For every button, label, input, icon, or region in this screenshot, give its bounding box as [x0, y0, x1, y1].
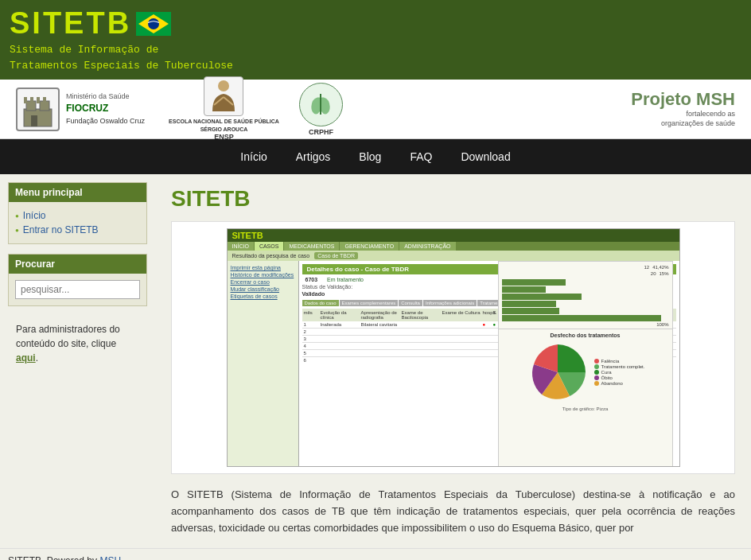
admin-note: Para administradores do conteúdo do site…	[8, 316, 147, 371]
msh-logo: Projeto MSH fortalecendo asorganizações …	[631, 89, 735, 128]
sidebar: Menu principal Início Entrar no SITETB P…	[0, 174, 155, 548]
legend-label-abandono: Abandono	[601, 381, 623, 386]
legend-dot-tratamento	[594, 364, 599, 369]
search-input[interactable]	[15, 280, 140, 299]
legend-dot-abandono	[594, 381, 599, 386]
legend-dot-falencia	[594, 359, 599, 364]
bar-filled	[502, 279, 566, 286]
admin-link[interactable]: aqui	[16, 352, 36, 364]
nav-download[interactable]: Download	[454, 147, 516, 166]
page-title: SITETB	[171, 186, 735, 212]
inner-subtab-exames: Exames complementares	[340, 300, 399, 306]
inner-app-header: SITETB	[228, 229, 679, 242]
inner-sidebar-print: Imprimir esta página	[231, 264, 295, 271]
bar-row	[502, 294, 669, 300]
nav-inicio[interactable]: Início	[234, 147, 273, 166]
bar-chart-rows	[502, 279, 669, 321]
legend-label-falencia: Falência	[601, 359, 620, 364]
sidebar-search-box: Procurar	[8, 254, 147, 306]
nav-blog[interactable]: Blog	[352, 147, 387, 166]
inner-case-tab-active: Caso de TBDR	[314, 252, 358, 259]
svg-rect-7	[24, 97, 27, 103]
inner-sidebar-history: Histórico de modificações	[231, 271, 295, 278]
inner-id-value: 6703	[305, 277, 318, 282]
footer-text: SITETB, Powered by	[8, 555, 97, 560]
fiocruz-icon	[16, 88, 60, 131]
bar-row	[502, 301, 669, 307]
sidebar-link-entrar[interactable]: Entrar no SITETB	[15, 223, 140, 237]
bar-filled	[502, 286, 546, 293]
inner-status-label: Em tratamento	[327, 277, 364, 282]
svg-point-2	[148, 18, 159, 29]
legend-label-tratamento: Tratamento complet.	[601, 364, 645, 369]
bar-filled	[502, 315, 661, 321]
app-screenshot: SITETB INÍCIO CASOS MEDICAMENTOS GERENCI…	[227, 228, 680, 467]
legend-dot-obito	[594, 375, 599, 380]
bar-100-label: 100%	[502, 322, 669, 327]
legend-label-obito: Óbito	[601, 375, 613, 380]
ensp-icon	[204, 76, 243, 116]
svg-rect-3	[24, 109, 52, 126]
svg-rect-10	[43, 97, 46, 103]
fiocruz-logo: Ministério da Saúde FIOCRUZ Fundação Osw…	[16, 88, 145, 131]
svg-point-11	[218, 80, 229, 91]
sidebar-link-inicio[interactable]: Início	[15, 208, 140, 223]
bar-filled	[502, 301, 556, 307]
inner-sidebar-change-class: Mudar classificação	[231, 286, 295, 293]
footer-msh-link[interactable]: MSH	[99, 555, 121, 560]
inner-chart-area: 12 41,42% 20 15%	[498, 261, 673, 467]
inner-validation-value: Validado	[302, 291, 325, 297]
inner-sidebar-close-case: Encerrar o caso	[231, 278, 295, 286]
nav-artigos[interactable]: Artigos	[290, 147, 337, 166]
pie-title: Desfecho dos tratamentos	[551, 332, 621, 338]
main-navbar: Início Artigos Blog FAQ Download	[0, 139, 751, 174]
inner-sidebar-labels: Etiquetas de casos	[231, 293, 295, 300]
inner-tab-gerenciamento: GERENCIAMENTO	[340, 242, 399, 251]
inner-search-bar: Resultado da pesquisa de caso Caso de TB…	[228, 251, 679, 261]
bar-filled	[502, 308, 559, 314]
inner-tab-casos: CASOS	[255, 242, 284, 251]
legend-label-cura: Cura	[601, 370, 612, 375]
inner-tab-medicamentos: MEDICAMENTOS	[284, 242, 339, 251]
description-para1: O SITETB (Sistema de Informação de Trata…	[171, 487, 735, 536]
inner-app: SITETB INÍCIO CASOS MEDICAMENTOS GERENCI…	[228, 229, 679, 466]
brazil-flag-icon	[136, 12, 171, 36]
inner-tab-inicio: INÍCIO	[228, 242, 254, 251]
inner-body: Imprimir esta página Histórico de modifi…	[228, 261, 679, 466]
crphf-icon	[299, 83, 343, 126]
pie-chart-svg	[526, 340, 590, 404]
site-logo: SITETB	[10, 6, 131, 41]
crphf-logo: CRPHF	[299, 83, 343, 136]
inner-tab-admin: ADMINISTRAÇÃO	[399, 242, 455, 251]
pie-legend: Falência Tratamento complet.	[594, 359, 645, 386]
svg-rect-8	[30, 97, 33, 103]
page-description: O SITETB (Sistema de Informação de Trata…	[171, 487, 735, 536]
bar-filled	[502, 294, 582, 300]
site-header: SITETB Sistema de Informação de Tratamen…	[0, 0, 751, 80]
sidebar-search-title: Procurar	[9, 255, 146, 274]
inner-sidebar: Imprimir esta página Histórico de modifi…	[228, 261, 299, 466]
bar-row	[502, 286, 669, 293]
content-area: SITETB SITETB INÍCIO CASOS MEDICAMENTOS …	[155, 174, 751, 548]
chart-type-label: Tipo de gráfico: Pizza	[562, 406, 608, 411]
app-screenshot-container: SITETB INÍCIO CASOS MEDICAMENTOS GERENCI…	[171, 221, 735, 474]
bar-row	[502, 308, 669, 314]
inner-subtab-dados: Dados do caso	[302, 300, 339, 306]
sidebar-menu-content: Início Entrar no SITETB	[9, 202, 146, 243]
inner-logo: SITETB	[232, 231, 263, 240]
inner-tabs: INÍCIO CASOS MEDICAMENTOS GERENCIAMENTO …	[228, 242, 679, 251]
partners-bar: Ministério da Saúde FIOCRUZ Fundação Osw…	[0, 80, 751, 139]
svg-rect-6	[31, 115, 37, 126]
main-wrapper: Menu principal Início Entrar no SITETB P…	[0, 174, 751, 548]
bar-row	[502, 279, 669, 286]
inner-subtab-consulta: Consulta	[399, 300, 422, 306]
nav-faq[interactable]: FAQ	[403, 147, 438, 166]
ensp-logo: ESCOLA NACIONAL DE SAÚDE PÚBLICA SÉRGIO …	[169, 76, 279, 142]
sidebar-menu-box: Menu principal Início Entrar no SITETB	[8, 182, 147, 244]
legend-dot-cura	[594, 370, 599, 375]
inner-bar-chart: 12 41,42% 20 15%	[499, 262, 672, 329]
inner-pie-section: Desfecho dos tratamentos	[499, 329, 672, 414]
bar-row	[502, 315, 669, 321]
svg-rect-9	[37, 97, 40, 103]
inner-search-label: Resultado da pesquisa de caso	[232, 253, 310, 259]
